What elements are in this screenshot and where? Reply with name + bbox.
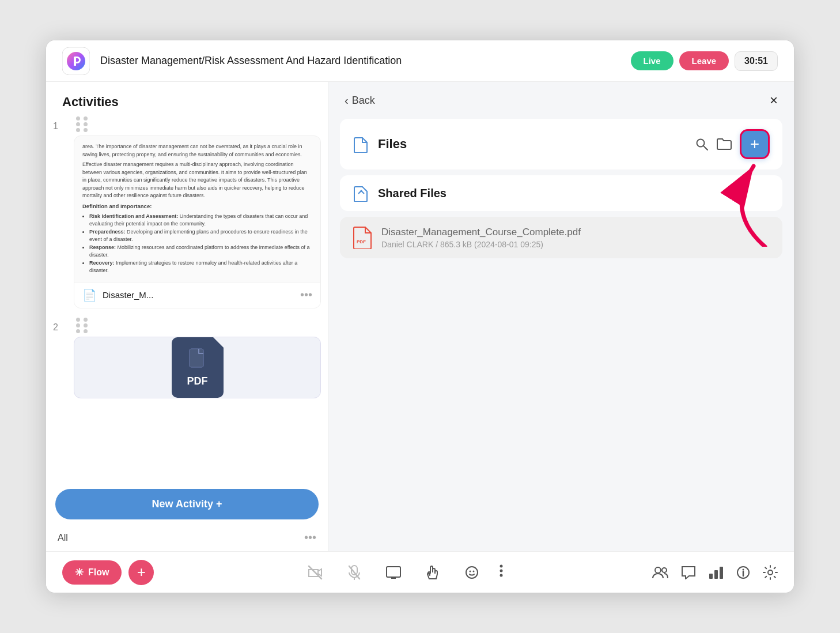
svg-point-4 <box>361 190 362 192</box>
pdf-file-icon: PDF <box>353 226 372 249</box>
activities-list: 1 area. The importance of disaster manag… <box>46 116 328 480</box>
settings-button[interactable] <box>763 565 778 580</box>
files-title: Files <box>378 137 687 152</box>
close-button[interactable]: × <box>770 93 778 107</box>
activity-number-1: 1 <box>53 116 74 131</box>
activity-number-2: 2 <box>53 318 74 333</box>
back-chevron-icon: ‹ <box>345 94 349 107</box>
mic-mute-icon <box>348 565 361 580</box>
new-activity-button[interactable]: New Activity + <box>55 489 319 519</box>
search-button[interactable] <box>695 137 709 151</box>
all-options[interactable]: ••• <box>304 531 316 544</box>
bottom-toolbar: ✳ Flow + <box>46 551 794 593</box>
hand-raise-button[interactable] <box>421 561 444 584</box>
pdf-icon-large: PDF <box>172 337 224 398</box>
list-item-2: Preparedness: Developing and implementin… <box>89 228 312 244</box>
file-icon-1: 📄 <box>82 288 97 302</box>
plus-icon: + <box>750 136 759 152</box>
folder-icon <box>717 138 732 150</box>
chat-button[interactable] <box>681 566 696 579</box>
file-name: Disaster_Management_Course_Complete.pdf <box>381 227 770 238</box>
all-label: All <box>58 533 68 543</box>
shared-files-title: Shared Files <box>378 187 447 200</box>
shared-files-icon <box>353 184 370 202</box>
add-file-button[interactable]: + <box>740 129 770 159</box>
participants-icon <box>652 566 668 579</box>
activity-card-1: area. The importance of disaster managem… <box>74 135 321 308</box>
file-item: PDF Disaster_Management_Course_Complete.… <box>340 217 782 258</box>
svg-point-21 <box>662 568 667 572</box>
svg-rect-22 <box>709 574 713 579</box>
svg-rect-11 <box>387 567 400 577</box>
camera-mute-button[interactable] <box>304 561 327 584</box>
svg-line-10 <box>349 566 360 579</box>
text-line-2: Effective disaster management requires a… <box>82 161 312 200</box>
emoji-button[interactable] <box>460 561 483 584</box>
file-info: Disaster_Management_Course_Complete.pdf … <box>381 227 770 249</box>
hand-icon <box>426 565 439 580</box>
right-top-bar: ‹ Back × <box>328 82 794 119</box>
main-content: Activities 1 area. The importance of dis… <box>46 82 794 551</box>
left-panel: Activities 1 area. The importance of dis… <box>46 82 328 551</box>
more-options-button[interactable] <box>500 564 503 581</box>
chat-icon <box>681 566 696 579</box>
activity-item-2: 2 PDF <box>53 318 321 408</box>
screen-icon <box>386 566 401 579</box>
files-icon <box>353 135 370 153</box>
file-meta: Daniel CLARK / 865.3 kB (2024-08-01 09:2… <box>381 240 770 249</box>
new-activity-label: New Activity + <box>152 498 222 510</box>
pdf-icon-box: PDF <box>172 337 224 398</box>
svg-point-18 <box>500 569 502 572</box>
shared-files-section: Shared Files <box>340 175 782 211</box>
emoji-icon <box>465 566 479 579</box>
svg-point-15 <box>469 570 471 572</box>
camera-mute-icon <box>308 565 323 580</box>
settings-icon <box>763 565 778 580</box>
folder-button[interactable] <box>717 138 732 150</box>
svg-rect-24 <box>720 567 723 579</box>
plus-small-icon: + <box>137 563 146 581</box>
svg-point-28 <box>768 570 773 575</box>
activity-options-1[interactable]: ••• <box>300 288 312 302</box>
list-item-4: Recovery: Implementing strategies to res… <box>89 259 312 275</box>
drag-handle-2[interactable] <box>76 318 89 333</box>
activities-heading: Activities <box>46 82 328 116</box>
page-title: Disaster Management/Risk Assessment And … <box>100 55 631 67</box>
flow-asterisk-icon: ✳ <box>75 566 84 579</box>
stats-button[interactable] <box>709 566 724 579</box>
add-small-button[interactable]: + <box>128 560 154 585</box>
text-list: Risk Identification and Assessment: Unde… <box>89 213 312 275</box>
svg-point-14 <box>466 567 478 578</box>
svg-point-17 <box>500 564 502 567</box>
file-name-1: Disaster_M... <box>103 290 294 300</box>
back-label: Back <box>352 95 375 107</box>
flow-label: Flow <box>88 567 109 578</box>
svg-point-27 <box>743 568 744 570</box>
svg-rect-1 <box>190 349 203 367</box>
svg-point-20 <box>655 567 661 573</box>
svg-text:PDF: PDF <box>357 239 366 244</box>
files-section: Files <box>340 119 782 169</box>
app-logo <box>62 47 90 75</box>
flow-button[interactable]: ✳ Flow <box>62 560 122 585</box>
leave-button[interactable]: Leave <box>679 51 729 70</box>
vertical-dots-icon <box>500 564 503 578</box>
files-actions: + <box>695 129 770 159</box>
mic-mute-button[interactable] <box>343 561 366 584</box>
info-icon <box>736 566 750 579</box>
svg-rect-23 <box>714 570 718 579</box>
participants-button[interactable] <box>652 566 668 579</box>
live-button[interactable]: Live <box>631 51 673 70</box>
pdf-doc-icon <box>188 348 207 368</box>
header-actions: Live Leave 30:51 <box>631 51 778 71</box>
pdf-text: PDF <box>187 375 208 387</box>
right-panel: ‹ Back × Files <box>328 82 794 551</box>
screen-share-button[interactable] <box>382 561 405 584</box>
svg-line-3 <box>703 146 707 150</box>
list-item-1: Risk Identification and Assessment: Unde… <box>89 213 312 228</box>
drag-handle-1[interactable] <box>76 116 89 132</box>
bottom-left: ✳ Flow + <box>62 560 154 585</box>
info-button[interactable] <box>736 566 750 579</box>
back-button[interactable]: ‹ Back <box>345 94 375 107</box>
stats-icon <box>709 566 724 579</box>
